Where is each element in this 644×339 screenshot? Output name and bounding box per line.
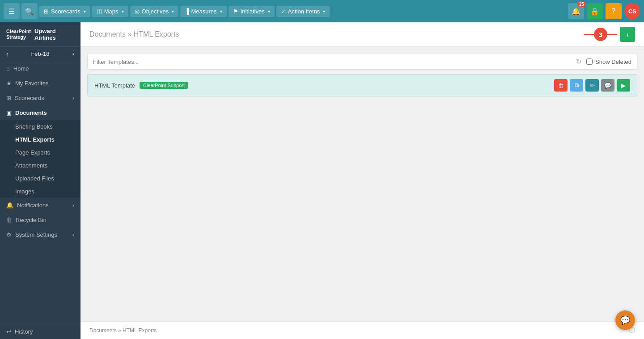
sidebar-item-label: My Favorites xyxy=(15,80,48,87)
sidebar-item-recycle-bin[interactable]: 🗑 Recycle Bin xyxy=(0,213,80,227)
dropdown-arrow: ▾ xyxy=(122,9,124,14)
chat-button[interactable]: 💬 xyxy=(615,310,635,330)
sidebar-item-page-exports[interactable]: Page Exports xyxy=(0,146,80,159)
sidebar-item-history[interactable]: ↩ History xyxy=(0,324,80,339)
scorecards-icon: ⊞ xyxy=(6,95,11,101)
dropdown-arrow: ▾ xyxy=(268,9,270,14)
show-deleted-label[interactable]: Show Deleted xyxy=(586,59,631,65)
comment-template-button[interactable]: 💬 xyxy=(601,79,614,92)
notifications-button[interactable]: 🔔 25 xyxy=(568,3,584,19)
sidebar: ClearPoint Strategy Upward Airlines ‹ Fe… xyxy=(0,22,80,339)
history-icon: ↩ xyxy=(6,328,11,335)
template-actions: 🗑 ⧉ ✏ 💬 ▶ xyxy=(554,79,630,92)
add-template-button[interactable]: + xyxy=(620,27,635,42)
lock-button[interactable]: 🔒 xyxy=(587,3,603,19)
nav-scorecards[interactable]: ⊞ Scorecards ▾ xyxy=(39,6,90,17)
sidebar-item-images[interactable]: Images xyxy=(0,185,80,198)
sidebar-item-system-settings[interactable]: ⚙ System Settings › xyxy=(0,227,80,242)
nav-initiatives[interactable]: ⚑ Initiatives ▾ xyxy=(229,6,275,17)
filter-input[interactable] xyxy=(93,59,576,65)
refresh-icon[interactable]: ↻ xyxy=(576,58,582,66)
show-deleted-checkbox[interactable] xyxy=(586,59,593,65)
company-name: Upward Airlines xyxy=(34,28,74,41)
chevron-right-icon: › xyxy=(72,95,74,101)
favorites-icon: ★ xyxy=(6,80,12,87)
sidebar-item-uploaded-files[interactable]: Uploaded Files xyxy=(0,172,80,185)
sidebar-item-label: System Settings xyxy=(15,231,57,238)
copy-template-button[interactable]: ⧉ xyxy=(570,79,583,92)
nav-objectives[interactable]: ◎ Objectives ▾ xyxy=(130,6,179,17)
measures-icon: ▐ xyxy=(185,8,189,15)
sidebar-item-label: Home xyxy=(13,65,29,72)
edit-template-button[interactable]: ✏ xyxy=(585,79,599,92)
menu-button[interactable]: ☰ xyxy=(4,3,20,19)
content-body: ↻ Show Deleted HTML Template ClearPoint … xyxy=(80,47,644,321)
sidebar-item-html-exports[interactable]: HTML Exports xyxy=(0,133,80,146)
run-template-button[interactable]: ▶ xyxy=(617,79,630,92)
title-separator: » xyxy=(127,30,133,38)
template-badge: ClearPoint Support xyxy=(140,82,188,89)
sidebar-item-notifications[interactable]: 🔔 Notifications › xyxy=(0,198,80,213)
period-prev-arrow[interactable]: ‹ xyxy=(6,50,8,57)
dropdown-arrow: ▾ xyxy=(84,9,86,14)
dropdown-arrow: ▾ xyxy=(172,9,174,14)
sidebar-item-documents[interactable]: ▣ Documents xyxy=(0,105,80,120)
content-header: Documents » HTML Exports 3 + xyxy=(80,22,644,47)
header-actions: 3 + xyxy=(584,27,635,42)
notifications-icon: 🔔 xyxy=(6,202,13,209)
maps-icon: ◫ xyxy=(97,8,102,15)
sidebar-item-attachments[interactable]: Attachments xyxy=(0,159,80,172)
period-selector[interactable]: ‹ Feb-18 › xyxy=(0,47,80,61)
action-items-icon: ✓ xyxy=(281,8,286,15)
footer-breadcrumb: Documents » HTML Exports xyxy=(89,327,157,334)
sidebar-item-label: Recycle Bin xyxy=(16,217,47,223)
sidebar-item-home[interactable]: ⌂ Home xyxy=(0,61,80,76)
dropdown-arrow: ▾ xyxy=(323,9,325,14)
period-next-arrow[interactable]: › xyxy=(72,50,74,57)
notification-badge: 25 xyxy=(577,1,586,7)
sidebar-item-label: Scorecards xyxy=(15,95,44,101)
home-icon: ⌂ xyxy=(6,65,10,72)
content-footer: Documents » HTML Exports ⓘ xyxy=(80,321,644,339)
nav-action-items[interactable]: ✓ Action Items ▾ xyxy=(276,6,330,17)
filter-bar: ↻ Show Deleted xyxy=(87,54,637,70)
documents-icon: ▣ xyxy=(6,109,12,116)
scorecards-icon: ⊞ xyxy=(44,8,49,15)
template-row: HTML Template ClearPoint Support 🗑 ⧉ ✏ 💬… xyxy=(87,74,637,96)
user-avatar-button[interactable]: CS xyxy=(624,3,640,19)
sidebar-logo: ClearPoint Strategy Upward Airlines xyxy=(0,22,80,47)
initiatives-icon: ⚑ xyxy=(233,8,238,15)
dropdown-arrow: ▾ xyxy=(220,9,222,14)
chevron-right-icon: › xyxy=(72,231,74,238)
help-button[interactable]: ? xyxy=(606,3,622,19)
search-button[interactable]: 🔍 xyxy=(21,3,38,19)
top-navigation: ☰ 🔍 ⊞ Scorecards ▾ ◫ Maps ▾ ◎ Objectives… xyxy=(0,0,644,22)
page-title: Documents » HTML Exports xyxy=(89,30,179,38)
chevron-right-icon: › xyxy=(72,202,74,209)
template-name: HTML Template xyxy=(94,82,135,89)
sidebar-item-label: History xyxy=(15,328,33,335)
sidebar-item-favorites[interactable]: ★ My Favorites xyxy=(0,76,80,91)
recycle-bin-icon: 🗑 xyxy=(6,217,12,223)
sidebar-item-label: Notifications xyxy=(17,202,49,209)
sidebar-item-scorecards[interactable]: ⊞ Scorecards › xyxy=(0,91,80,105)
objectives-icon: ◎ xyxy=(135,8,140,15)
sidebar-item-label: Documents xyxy=(15,109,47,116)
period-label: Feb-18 xyxy=(31,50,49,57)
nav-maps[interactable]: ◫ Maps ▾ xyxy=(92,6,128,17)
content-area: Documents » HTML Exports 3 + ↻ xyxy=(80,22,644,339)
delete-template-button[interactable]: 🗑 xyxy=(554,79,568,92)
nav-measures[interactable]: ▐ Measures ▾ xyxy=(180,6,226,17)
sidebar-item-briefing-books[interactable]: Briefing Books xyxy=(0,120,80,133)
step-badge: 3 xyxy=(594,28,607,41)
settings-icon: ⚙ xyxy=(6,231,12,238)
